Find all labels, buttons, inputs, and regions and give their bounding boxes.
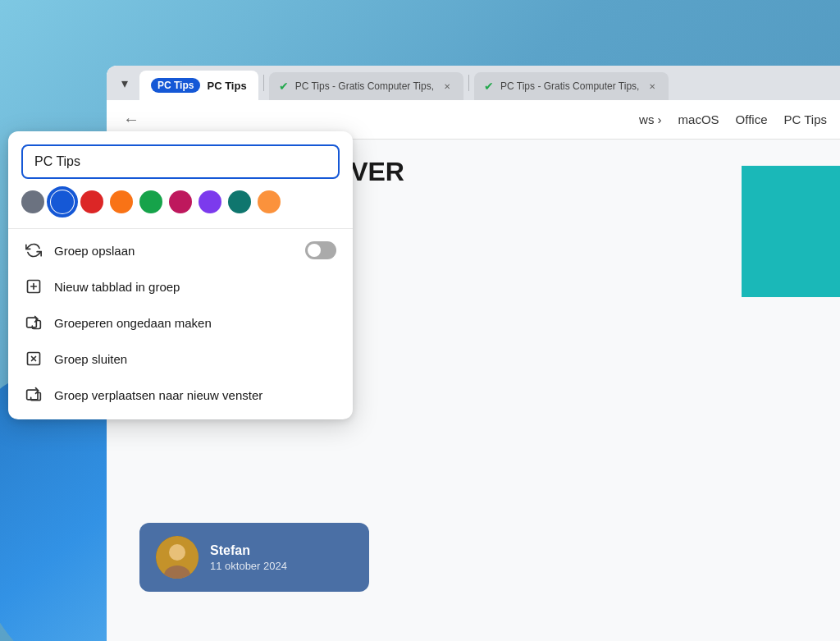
swatch-red[interactable]	[80, 190, 103, 213]
svg-rect-6	[27, 318, 37, 327]
menu-new-tab-label: Nieuw tabblad in groep	[54, 280, 180, 294]
nav-link-pctips[interactable]: PC Tips	[783, 112, 827, 126]
new-tab-icon	[25, 277, 43, 295]
swatch-green[interactable]	[139, 190, 162, 213]
tab-list-button[interactable]: ▾	[113, 71, 136, 94]
tab-separator-1	[263, 75, 264, 91]
swatch-pink[interactable]	[169, 190, 192, 213]
swatch-blue[interactable]	[51, 190, 74, 213]
author-card: Stefan 11 oktober 2024	[139, 523, 369, 592]
swatch-orange[interactable]	[110, 190, 133, 213]
move-group-icon	[25, 386, 43, 404]
nav-link-news[interactable]: ws ›	[639, 112, 662, 126]
tab-close-2[interactable]: ✕	[646, 80, 659, 93]
tab-check-icon-2: ✔	[484, 80, 494, 93]
swatch-teal[interactable]	[228, 190, 251, 213]
svg-rect-10	[27, 390, 38, 400]
sync-icon	[25, 241, 43, 259]
swatch-purple[interactable]	[199, 190, 221, 213]
swatch-light-orange[interactable]	[258, 190, 281, 213]
tab-close-1[interactable]: ✕	[441, 80, 454, 93]
inactive-tab-2-label: PC Tips - Gratis Computer Tips,	[500, 80, 639, 92]
author-date: 11 oktober 2024	[210, 560, 287, 572]
author-info: Stefan 11 oktober 2024	[210, 543, 287, 572]
nav-link-office[interactable]: Office	[736, 112, 768, 126]
back-button[interactable]: ←	[120, 107, 143, 132]
menu-item-close-group[interactable]: Groep sluiten	[8, 341, 353, 377]
menu-item-move-group[interactable]: Groep verplaatsen naar nieuw venster	[8, 377, 353, 413]
chevron-down-icon: ▾	[121, 76, 128, 91]
avatar	[156, 536, 199, 579]
menu-close-group-label: Groep sluiten	[54, 352, 127, 366]
menu-move-group-label: Groep verplaatsen naar nieuw venster	[54, 388, 262, 402]
author-name: Stefan	[210, 543, 287, 558]
group-name-input[interactable]	[21, 144, 340, 179]
swatch-grey[interactable]	[21, 190, 44, 213]
tab-separator-2	[468, 75, 469, 91]
menu-item-new-tab[interactable]: Nieuw tabblad in groep	[8, 268, 353, 304]
close-group-icon	[25, 350, 43, 368]
menu-save-group-label: Groep opslaan	[54, 244, 135, 258]
inactive-tab-1-label: PC Tips - Gratis Computer Tips,	[295, 80, 434, 92]
active-tab-label: PC Tips	[207, 80, 246, 92]
divider-1	[8, 228, 353, 229]
ungroup-icon	[25, 314, 43, 332]
tab-bar: ▾ PC Tips PC Tips ✔ PC Tips - Gratis Com…	[107, 66, 840, 100]
svg-point-1	[169, 544, 185, 561]
tab-group-badge: PC Tips	[151, 78, 200, 93]
tab-group-dropdown: Groep opslaan Nieuw tabblad in groep Gro…	[8, 131, 353, 419]
tab-check-icon-1: ✔	[279, 80, 289, 93]
nav-links: ws › macOS Office PC Tips	[639, 112, 827, 126]
menu-item-ungroup[interactable]: Groeperen ongedaan maken	[8, 304, 353, 341]
nav-link-macos[interactable]: macOS	[678, 112, 719, 126]
color-swatches	[8, 190, 353, 225]
inactive-tab-2[interactable]: ✔ PC Tips - Gratis Computer Tips, ✕	[474, 72, 669, 100]
inactive-tab-1[interactable]: ✔ PC Tips - Gratis Computer Tips, ✕	[269, 72, 463, 100]
active-tab[interactable]: PC Tips PC Tips	[139, 71, 258, 100]
teal-accent-banner	[742, 166, 840, 297]
menu-item-save-group[interactable]: Groep opslaan	[8, 232, 353, 268]
save-group-toggle[interactable]	[305, 241, 336, 259]
menu-ungroup-label: Groeperen ongedaan maken	[54, 316, 212, 330]
